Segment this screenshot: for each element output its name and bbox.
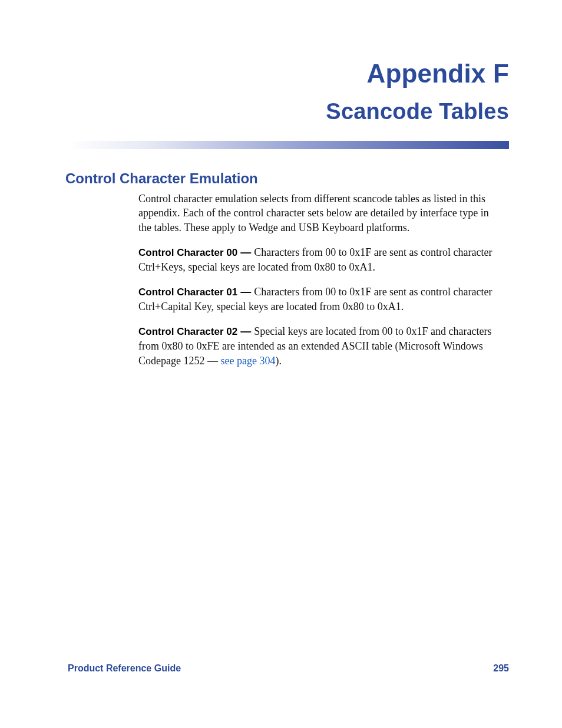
cc02-text-b: ). [275,355,282,367]
cc02-dash: — [237,325,254,337]
control-char-01: Control Character 01 — Characters from 0… [138,285,504,314]
appendix-title: Appendix F [68,59,509,88]
footer-title: Product Reference Guide [68,663,181,674]
intro-paragraph: Control character emulation selects from… [138,192,504,235]
cc02-label: Control Character 02 [138,326,237,337]
see-page-link[interactable]: see page 304 [220,355,275,367]
subtitle: Scancode Tables [68,99,509,124]
cc01-dash: — [237,286,254,298]
gradient-separator [68,141,509,149]
page-number: 295 [493,663,509,674]
title-block: Appendix F Scancode Tables [68,59,509,124]
page: Appendix F Scancode Tables Control Chara… [0,0,562,728]
footer: Product Reference Guide 295 [68,663,509,674]
cc00-label: Control Character 00 [138,247,237,258]
cc00-dash: — [237,246,254,258]
cc01-label: Control Character 01 [138,286,237,298]
control-char-00: Control Character 00 — Characters from 0… [138,245,504,274]
body-block: Control character emulation selects from… [138,192,504,368]
section-heading: Control Character Emulation [65,170,509,187]
control-char-02: Control Character 02 — Special keys are … [138,324,504,368]
